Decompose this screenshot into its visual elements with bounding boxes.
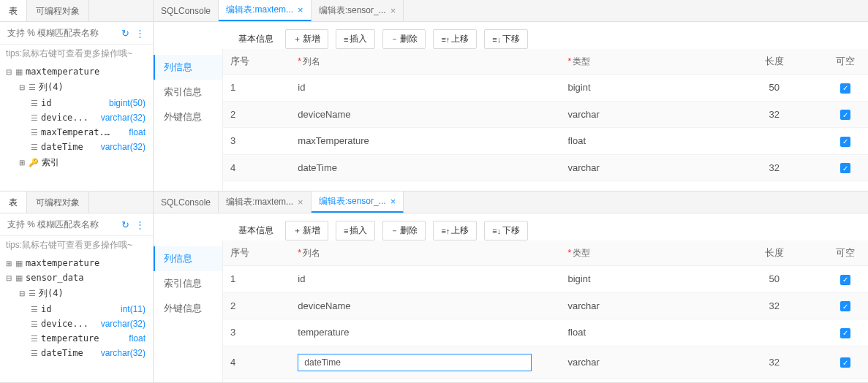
tab-edit-maxtemperature[interactable]: 编辑表:maxtem...× xyxy=(219,0,312,21)
nav-fks[interactable]: 外键信息 xyxy=(154,105,222,129)
table-row[interactable]: 2deviceNamevarchar32✓ xyxy=(223,101,868,128)
expand-icon[interactable]: ⊞ xyxy=(18,159,26,167)
nav-indexes[interactable]: 索引信息 xyxy=(154,80,222,105)
header-length[interactable]: 长度 xyxy=(725,240,823,266)
table-row[interactable]: 3maxTemperaturefloat✓ xyxy=(223,128,868,155)
tree-columns-node[interactable]: ⊟ ☰ 列(4) xyxy=(4,79,148,96)
tab-edit-sensor-data[interactable]: 编辑表:sensor_...× xyxy=(312,192,404,213)
nav-columns[interactable]: 列信息 xyxy=(154,246,222,271)
table-row[interactable]: 1idbigint50✓ xyxy=(223,266,868,293)
cell-nullable[interactable]: ✓ xyxy=(823,101,868,128)
tab-edit-sensor-data[interactable]: 编辑表:sensor_...× xyxy=(312,0,404,21)
tree-table-node[interactable]: ⊟ ▦ sensor_data xyxy=(4,270,148,285)
tab-edit-maxtemperature[interactable]: 编辑表:maxtem...× xyxy=(219,192,312,213)
header-seq[interactable]: 序号 xyxy=(223,240,290,266)
tree-table-node[interactable]: ⊞ ▦ maxtemperature xyxy=(4,256,148,270)
cell-length[interactable] xyxy=(725,128,823,155)
tree-column-item[interactable]: ☰ device... varchar(32) xyxy=(4,110,148,125)
header-type[interactable]: *类型 xyxy=(561,49,726,75)
cell-name[interactable]: id xyxy=(290,266,560,293)
cell-nullable[interactable]: ✓ xyxy=(823,319,868,346)
cell-type[interactable]: float xyxy=(561,319,726,346)
cell-length[interactable] xyxy=(725,319,823,346)
refresh-icon[interactable]: ↻ xyxy=(118,218,132,232)
delete-button[interactable]: －删除 xyxy=(382,221,426,240)
header-type[interactable]: *类型 xyxy=(561,240,726,266)
tab-sqlconsole[interactable]: SQLConsole xyxy=(154,0,219,21)
nav-fks[interactable]: 外键信息 xyxy=(154,296,222,321)
tree-column-item[interactable]: ☰ maxTemperat... float xyxy=(4,125,148,140)
delete-button[interactable]: －删除 xyxy=(382,29,426,49)
cell-length[interactable]: 32 xyxy=(725,154,823,181)
nav-indexes[interactable]: 索引信息 xyxy=(154,271,222,296)
close-icon[interactable]: × xyxy=(390,5,396,16)
table-row[interactable]: 4dateTimevarchar32✓ xyxy=(223,346,868,379)
add-button[interactable]: ＋新增 xyxy=(285,221,328,240)
move-up-button[interactable]: ≡↑上移 xyxy=(433,221,477,240)
checkbox-checked-icon[interactable]: ✓ xyxy=(840,301,850,311)
cell-nullable[interactable]: ✓ xyxy=(823,75,868,102)
search-input[interactable] xyxy=(6,25,118,41)
close-icon[interactable]: × xyxy=(298,197,303,208)
filter-icon[interactable]: ⋮ xyxy=(132,218,148,232)
collapse-icon[interactable]: ⊟ xyxy=(4,68,13,76)
header-length[interactable]: 长度 xyxy=(725,49,823,75)
cell-name[interactable]: deviceName xyxy=(290,292,560,319)
cell-type[interactable]: bigint xyxy=(561,75,726,102)
checkbox-checked-icon[interactable]: ✓ xyxy=(840,328,850,338)
cell-name[interactable]: id xyxy=(290,75,560,102)
tree-column-item[interactable]: ☰ dateTime varchar(32) xyxy=(4,346,148,360)
cell-type[interactable]: bigint xyxy=(561,266,726,293)
nav-columns[interactable]: 列信息 xyxy=(154,55,222,80)
cell-nullable[interactable]: ✓ xyxy=(823,292,868,319)
cell-nullable[interactable]: ✓ xyxy=(823,128,868,155)
move-down-button[interactable]: ≡↓下移 xyxy=(484,29,528,49)
cell-nullable[interactable]: ✓ xyxy=(823,154,868,181)
checkbox-checked-icon[interactable]: ✓ xyxy=(840,137,850,147)
cell-type[interactable]: varchar xyxy=(561,154,726,181)
table-row[interactable]: 4dateTimevarchar32✓ xyxy=(223,154,868,181)
cell-name[interactable]: temperature xyxy=(290,319,560,346)
tree-columns-node[interactable]: ⊟ ☰ 列(4) xyxy=(4,285,148,302)
tree-column-item[interactable]: ☰ id bigint(50) xyxy=(4,96,148,110)
sidebar-tab-prog-obj[interactable]: 可编程对象 xyxy=(27,192,89,213)
header-name[interactable]: *列名 xyxy=(290,240,560,266)
table-row[interactable]: 2deviceNamevarchar32✓ xyxy=(223,292,868,319)
cell-type[interactable]: varchar xyxy=(561,292,726,319)
tree-column-item[interactable]: ☰ device... varchar(32) xyxy=(4,316,148,331)
tree-column-item[interactable]: ☰ id int(11) xyxy=(4,302,148,316)
tab-sqlconsole[interactable]: SQLConsole xyxy=(154,192,219,213)
move-up-button[interactable]: ≡↑上移 xyxy=(433,29,477,49)
insert-button[interactable]: ≡插入 xyxy=(336,29,375,49)
collapse-icon[interactable]: ⊟ xyxy=(18,289,26,297)
cell-length[interactable]: 32 xyxy=(725,346,823,379)
cell-name[interactable]: dateTime xyxy=(290,154,560,181)
cell-nullable[interactable]: ✓ xyxy=(823,266,868,293)
sidebar-tab-prog-obj[interactable]: 可编程对象 xyxy=(27,0,89,21)
table-row[interactable]: 3temperaturefloat✓ xyxy=(223,319,868,346)
header-name[interactable]: *列名 xyxy=(290,49,560,75)
cell-nullable[interactable]: ✓ xyxy=(823,346,868,379)
checkbox-checked-icon[interactable]: ✓ xyxy=(840,110,850,120)
cell-length[interactable]: 32 xyxy=(725,101,823,128)
tree-column-item[interactable]: ☰ temperature float xyxy=(4,331,148,346)
sidebar-tab-table[interactable]: 表 xyxy=(0,0,27,21)
checkbox-checked-icon[interactable]: ✓ xyxy=(840,357,850,368)
cell-name[interactable]: deviceName xyxy=(290,101,560,128)
header-seq[interactable]: 序号 xyxy=(223,49,290,75)
filter-icon[interactable]: ⋮ xyxy=(132,26,148,40)
tree-table-node[interactable]: ⊟ ▦ maxtemperature xyxy=(4,64,148,79)
column-name-input[interactable]: dateTime xyxy=(298,354,532,371)
cell-name[interactable]: maxTemperature xyxy=(290,128,560,155)
insert-button[interactable]: ≡插入 xyxy=(336,221,375,240)
collapse-icon[interactable]: ⊟ xyxy=(18,83,26,91)
search-input[interactable] xyxy=(6,216,118,232)
checkbox-checked-icon[interactable]: ✓ xyxy=(840,83,850,94)
checkbox-checked-icon[interactable]: ✓ xyxy=(840,163,850,173)
header-nullable[interactable]: 可空 xyxy=(823,240,868,266)
collapse-icon[interactable]: ⊟ xyxy=(4,274,13,282)
move-down-button[interactable]: ≡↓下移 xyxy=(484,221,528,240)
cell-type[interactable]: varchar xyxy=(561,101,726,128)
cell-length[interactable]: 32 xyxy=(725,292,823,319)
tree-indexes-node[interactable]: ⊞ 🔑 索引 xyxy=(4,154,148,171)
